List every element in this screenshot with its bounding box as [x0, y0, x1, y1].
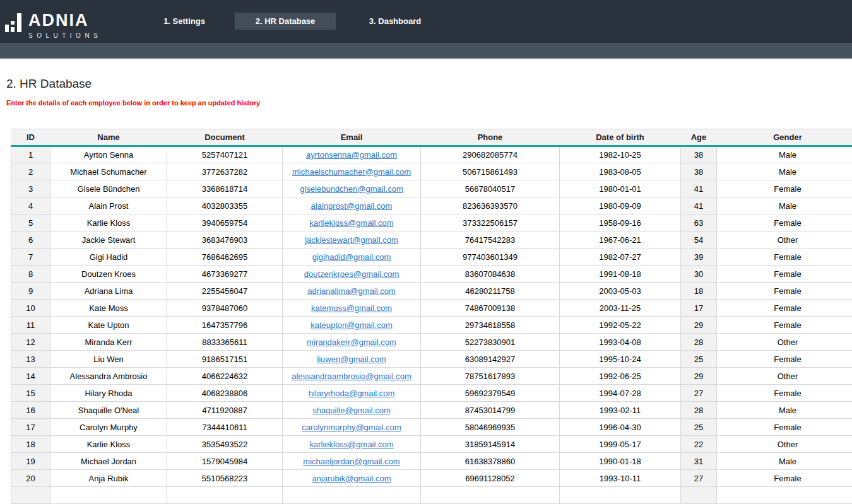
- email-cell[interactable]: karliekloss@gmail.com: [283, 436, 421, 453]
- email-link[interactable]: karliekloss@gmail.com: [309, 218, 393, 228]
- dob-cell[interactable]: 2003-05-03: [560, 283, 681, 300]
- phone-cell[interactable]: 31859145914: [421, 436, 560, 453]
- email-cell[interactable]: karliekloss@gmail.com: [283, 214, 421, 231]
- tab-settings[interactable]: 1. Settings: [134, 13, 235, 30]
- dob-cell[interactable]: 1991-08-18: [560, 266, 681, 283]
- email-cell[interactable]: kateupton@gmail.com: [283, 317, 421, 334]
- email-link[interactable]: mirandakerr@gmail.com: [307, 337, 396, 347]
- dob-cell[interactable]: 1958-09-16: [560, 214, 681, 231]
- phone-cell[interactable]: 74867009138: [421, 300, 560, 317]
- phone-cell[interactable]: 46280211758: [421, 283, 560, 300]
- email-cell[interactable]: carolynmurphy@gmail.com: [283, 419, 421, 436]
- gender-cell[interactable]: Other: [717, 334, 852, 351]
- id-cell[interactable]: 4: [11, 197, 50, 214]
- email-link[interactable]: liuwen@gmail.com: [317, 355, 386, 364]
- age-cell[interactable]: 25: [681, 351, 717, 368]
- id-cell[interactable]: 9: [11, 283, 50, 300]
- phone-cell[interactable]: 61638378860: [421, 453, 560, 470]
- email-link[interactable]: katemoss@gmail.com: [311, 303, 392, 313]
- id-cell[interactable]: 2: [11, 163, 50, 180]
- age-cell[interactable]: 63: [681, 214, 717, 231]
- email-cell[interactable]: alainprost@gmail.com: [283, 197, 421, 214]
- age-cell[interactable]: 39: [681, 249, 717, 266]
- name-cell[interactable]: Hilary Rhoda: [50, 385, 167, 402]
- dob-cell[interactable]: 1999-05-17: [560, 436, 681, 453]
- email-cell[interactable]: alessandraambrosio@gmail.com: [283, 368, 421, 385]
- email-cell[interactable]: michaeljordan@gmail.com: [283, 453, 421, 470]
- document-cell[interactable]: 3940659754: [167, 214, 283, 231]
- name-cell[interactable]: Jackie Stewart: [50, 231, 167, 249]
- id-cell[interactable]: 7: [11, 249, 50, 266]
- email-link[interactable]: giselebundchen@gmail.com: [300, 184, 403, 194]
- gender-cell[interactable]: Female: [717, 283, 852, 300]
- email-cell[interactable]: jackiestewart@gmail.com: [283, 231, 421, 249]
- document-cell[interactable]: 7686462695: [167, 249, 283, 266]
- empty-cell[interactable]: [11, 487, 50, 504]
- phone-cell[interactable]: 56678040517: [421, 180, 560, 197]
- dob-cell[interactable]: 1982-07-27: [560, 249, 681, 266]
- dob-cell[interactable]: 1990-01-18: [560, 453, 681, 470]
- gender-cell[interactable]: Female: [717, 266, 852, 283]
- empty-cell[interactable]: [421, 487, 560, 504]
- age-cell[interactable]: 28: [681, 402, 717, 419]
- email-cell[interactable]: giselebundchen@gmail.com: [283, 180, 421, 197]
- document-cell[interactable]: 4068238806: [167, 385, 283, 402]
- dob-cell[interactable]: 1992-05-22: [560, 317, 681, 334]
- email-cell[interactable]: shaquille@gmail.com: [283, 402, 421, 419]
- id-cell[interactable]: 13: [11, 351, 50, 368]
- document-cell[interactable]: 4032803355: [167, 197, 283, 214]
- name-cell[interactable]: Karlie Kloss: [50, 436, 167, 453]
- name-cell[interactable]: Anja Rubik: [50, 470, 167, 487]
- age-cell[interactable]: 30: [681, 266, 717, 283]
- email-cell[interactable]: michaelschumacher@gmail.com: [283, 163, 421, 180]
- id-cell[interactable]: 1: [11, 146, 50, 163]
- tab-hr-database[interactable]: 2. HR Database: [235, 13, 336, 30]
- email-cell[interactable]: liuwen@gmail.com: [283, 351, 421, 368]
- dob-cell[interactable]: 1993-02-11: [560, 402, 681, 419]
- id-cell[interactable]: 17: [11, 419, 50, 436]
- name-cell[interactable]: Michael Schumacher: [50, 163, 167, 180]
- phone-cell[interactable]: 506715861493: [421, 163, 560, 180]
- gender-cell[interactable]: Male: [717, 146, 852, 163]
- gender-cell[interactable]: Other: [717, 436, 852, 453]
- age-cell[interactable]: 41: [681, 180, 717, 197]
- empty-cell[interactable]: [560, 487, 681, 504]
- email-cell[interactable]: mirandakerr@gmail.com: [283, 334, 421, 351]
- email-link[interactable]: michaelschumacher@gmail.com: [292, 167, 411, 177]
- name-cell[interactable]: Alessandra Ambrosio: [50, 368, 167, 385]
- phone-cell[interactable]: 373322506157: [421, 214, 560, 231]
- gender-cell[interactable]: Female: [717, 214, 852, 231]
- dob-cell[interactable]: 1982-10-25: [560, 146, 681, 163]
- id-cell[interactable]: 20: [11, 470, 50, 487]
- email-cell[interactable]: doutzenkroes@gmail.com: [283, 266, 421, 283]
- email-link[interactable]: karliekloss@gmail.com: [309, 440, 393, 449]
- age-cell[interactable]: 25: [681, 419, 717, 436]
- phone-cell[interactable]: 977403601349: [421, 249, 560, 266]
- gender-cell[interactable]: Other: [717, 368, 852, 385]
- document-cell[interactable]: 3772637282: [167, 163, 283, 180]
- document-cell[interactable]: 9378487060: [167, 300, 283, 317]
- age-cell[interactable]: 41: [681, 197, 717, 214]
- email-cell[interactable]: ayrtonsenna@gmail.com: [283, 146, 421, 163]
- gender-cell[interactable]: Female: [717, 249, 852, 266]
- document-cell[interactable]: 1579045984: [167, 453, 283, 470]
- email-cell[interactable]: gigihadid@gmail.com: [283, 249, 421, 266]
- phone-cell[interactable]: 87453014799: [421, 402, 560, 419]
- document-cell[interactable]: 2255456047: [167, 283, 283, 300]
- name-cell[interactable]: Kate Upton: [50, 317, 167, 334]
- gender-cell[interactable]: Other: [717, 231, 852, 249]
- dob-cell[interactable]: 1995-10-24: [560, 351, 681, 368]
- age-cell[interactable]: 38: [681, 146, 717, 163]
- gender-cell[interactable]: Female: [717, 385, 852, 402]
- name-cell[interactable]: Adriana Lima: [50, 283, 167, 300]
- dob-cell[interactable]: 2003-11-25: [560, 300, 681, 317]
- document-cell[interactable]: 4711920887: [167, 402, 283, 419]
- dob-cell[interactable]: 1993-10-11: [560, 470, 681, 487]
- document-cell[interactable]: 4066224632: [167, 368, 283, 385]
- dob-cell[interactable]: 1980-09-09: [560, 197, 681, 214]
- document-cell[interactable]: 1647357796: [167, 317, 283, 334]
- phone-cell[interactable]: 290682085774: [421, 146, 560, 163]
- id-cell[interactable]: 3: [11, 180, 50, 197]
- name-cell[interactable]: Michael Jordan: [50, 453, 167, 470]
- document-cell[interactable]: 9186517151: [167, 351, 283, 368]
